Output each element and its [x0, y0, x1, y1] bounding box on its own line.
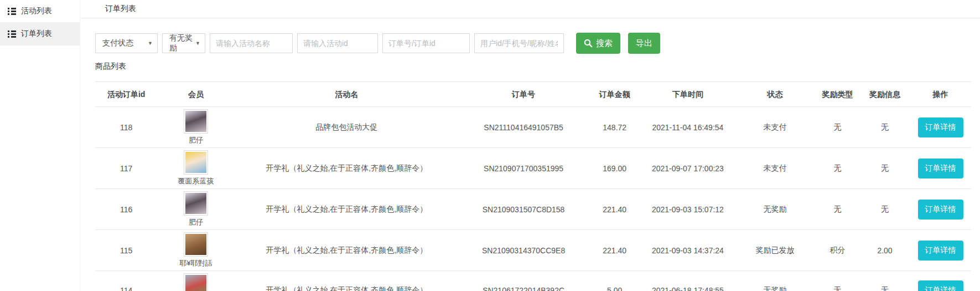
- list-icon: [8, 29, 16, 39]
- main-content: 订单列表 支付状态 ▼ 有无奖励 ▼ 搜索 导出 商品列表: [81, 0, 980, 291]
- cell-reward-info: 2.00: [860, 230, 910, 271]
- cell-reward-type: 积分: [815, 230, 860, 271]
- cell-member: carrot: [157, 271, 234, 291]
- cell-member: 肥仔: [157, 189, 234, 230]
- activity-name-input[interactable]: [210, 33, 293, 53]
- cell-reward-info: 无: [860, 148, 910, 189]
- col-header-activity: 活动名: [235, 82, 459, 107]
- cell-actions: 订单详情: [910, 189, 971, 230]
- payment-status-value: 支付状态: [102, 38, 133, 48]
- cell-activity: 开学礼（礼义之始,在于正容体,齐颜色,顺辞令）: [235, 189, 459, 230]
- chevron-down-icon: ▼: [148, 40, 153, 46]
- order-no-input[interactable]: [382, 33, 470, 53]
- cell-status: 未支付: [735, 148, 816, 189]
- col-header-member: 会员: [157, 82, 234, 107]
- col-header-status: 状态: [735, 82, 816, 107]
- cell-order-id: 115: [95, 230, 157, 271]
- order-table-wrap: 活动订单id 会员 活动名 订单号 订单金额 下单时间 状态 奖励类型 奖励信息…: [95, 81, 971, 291]
- member-name: 肥仔: [189, 217, 203, 227]
- avatar: [184, 150, 208, 175]
- activity-id-input[interactable]: [297, 33, 378, 53]
- cell-time: 2021-06-18 17:48:55: [641, 271, 734, 291]
- cell-reward-info: 无: [860, 107, 910, 148]
- cell-order-no: SN21090314370CC9E8: [459, 230, 588, 271]
- cell-time: 2021-09-07 17:00:23: [641, 148, 734, 189]
- cell-amount: 5.00: [588, 271, 641, 291]
- col-header-amount: 订单金额: [588, 82, 641, 107]
- cell-order-no: SN2109071700351995: [459, 148, 588, 189]
- cell-activity: 品牌包包活动大促: [235, 107, 459, 148]
- order-detail-button[interactable]: 订单详情: [918, 118, 963, 137]
- avatar: [184, 109, 208, 134]
- cell-member: 耶¥耶對話: [157, 230, 234, 271]
- user-search-input[interactable]: [474, 33, 564, 53]
- order-detail-button[interactable]: 订单详情: [918, 280, 963, 291]
- cell-activity: 开学礼（礼义之始,在于正容体,齐颜色,顺辞令）: [235, 148, 459, 189]
- payment-status-select[interactable]: 支付状态 ▼: [95, 33, 158, 53]
- order-detail-button[interactable]: 订单详情: [918, 241, 963, 261]
- tab-bar: 订单列表: [81, 0, 980, 18]
- cell-order-id: 118: [95, 107, 157, 148]
- export-button-label: 导出: [636, 38, 652, 49]
- cell-order-no: SN21061722014B392C: [459, 271, 588, 291]
- table-row: 115 耶¥耶對話 开学礼（礼义之始,在于正容体,齐颜色,顺辞令） SN2109…: [95, 230, 971, 271]
- order-detail-button[interactable]: 订单详情: [918, 159, 963, 178]
- avatar: [184, 273, 208, 291]
- sidebar-item-label: 订单列表: [21, 29, 52, 39]
- cell-order-id: 114: [95, 271, 157, 291]
- cell-order-no: SN2109031507C8D158: [459, 189, 588, 230]
- cell-reward-type: 无: [815, 271, 860, 291]
- cell-reward-type: 无: [815, 148, 860, 189]
- tab-order-list[interactable]: 订单列表: [105, 4, 136, 14]
- cell-member: 覆面系蓝孩: [157, 148, 234, 189]
- reward-filter-select[interactable]: 有无奖励 ▼: [162, 33, 205, 53]
- list-icon: [8, 7, 16, 16]
- col-header-actions: 操作: [910, 82, 971, 107]
- col-header-order-no: 订单号: [459, 82, 588, 107]
- export-button[interactable]: 导出: [628, 33, 660, 54]
- cell-time: 2021-09-03 14:37:24: [641, 230, 734, 271]
- member-name: 肥仔: [189, 135, 203, 145]
- cell-reward-info: 无: [860, 189, 910, 230]
- sidebar-item-activity-list[interactable]: 活动列表: [0, 0, 80, 23]
- order-detail-button[interactable]: 订单详情: [918, 200, 963, 219]
- cell-amount: 148.72: [588, 107, 641, 148]
- cell-actions: 订单详情: [910, 107, 971, 148]
- table-row: 114 carrot 开学礼（礼义之始,在于正容体,齐颜色,顺辞令） SN210…: [95, 271, 971, 291]
- cell-amount: 221.40: [588, 230, 641, 271]
- cell-activity: 开学礼（礼义之始,在于正容体,齐颜色,顺辞令）: [235, 271, 459, 291]
- cell-time: 2021-09-03 15:07:12: [641, 189, 734, 230]
- filter-bar: 支付状态 ▼ 有无奖励 ▼ 搜索 导出: [95, 33, 980, 54]
- cell-activity: 开学礼（礼义之始,在于正容体,齐颜色,顺辞令）: [235, 230, 459, 271]
- avatar: [184, 191, 208, 216]
- search-button-label: 搜索: [596, 38, 613, 49]
- cell-status: 未支付: [735, 107, 816, 148]
- col-header-reward-type: 奖励类型: [815, 82, 860, 107]
- table-row: 117 覆面系蓝孩 开学礼（礼义之始,在于正容体,齐颜色,顺辞令） SN2109…: [95, 148, 971, 189]
- search-button[interactable]: 搜索: [576, 33, 620, 54]
- cell-status: 无奖励: [735, 189, 816, 230]
- cell-order-no: SN21110416491057B5: [459, 107, 588, 148]
- table-header-row: 活动订单id 会员 活动名 订单号 订单金额 下单时间 状态 奖励类型 奖励信息…: [95, 82, 971, 107]
- avatar: [184, 232, 208, 257]
- cell-time: 2021-11-04 16:49:54: [641, 107, 734, 148]
- cell-reward-type: 无: [815, 189, 860, 230]
- cell-member: 肥仔: [157, 107, 234, 148]
- col-header-order-id: 活动订单id: [95, 82, 157, 107]
- cell-order-id: 116: [95, 189, 157, 230]
- cell-status: 无奖励: [735, 271, 816, 291]
- cell-reward-type: 无: [815, 107, 860, 148]
- search-icon: [584, 39, 593, 48]
- order-table: 活动订单id 会员 活动名 订单号 订单金额 下单时间 状态 奖励类型 奖励信息…: [95, 82, 971, 291]
- sidebar-item-label: 活动列表: [21, 6, 52, 16]
- sidebar-item-order-list[interactable]: 订单列表: [0, 23, 80, 45]
- cell-amount: 221.40: [588, 189, 641, 230]
- col-header-reward-info: 奖励信息: [860, 82, 910, 107]
- cell-actions: 订单详情: [910, 230, 971, 271]
- sidebar: 活动列表 订单列表: [0, 0, 80, 291]
- section-label-goods-list: 商品列表: [95, 62, 980, 72]
- cell-actions: 订单详情: [910, 271, 971, 291]
- cell-reward-info: 无: [860, 271, 910, 291]
- cell-amount: 169.00: [588, 148, 641, 189]
- chevron-down-icon: ▼: [195, 40, 200, 46]
